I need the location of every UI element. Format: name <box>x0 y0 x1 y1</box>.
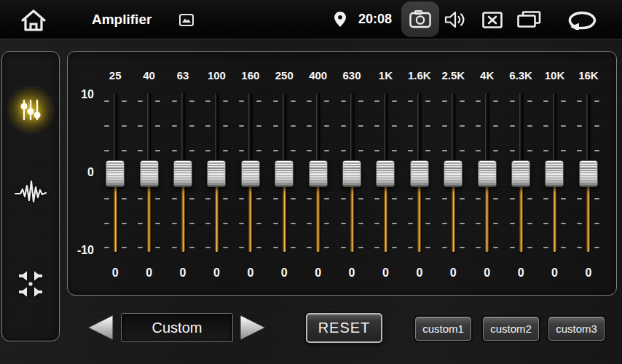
image-icon[interactable] <box>179 14 194 26</box>
slider-thumb[interactable] <box>376 160 395 187</box>
slider-tick <box>510 150 515 151</box>
slider-tick <box>594 100 599 102</box>
slider-tick <box>256 223 261 224</box>
preset-selector[interactable]: Custom <box>121 313 233 342</box>
band-slider[interactable] <box>234 93 267 253</box>
slider-tick <box>341 223 346 224</box>
slider-thumb[interactable] <box>309 160 328 187</box>
slider-tick <box>442 223 447 224</box>
reset-button[interactable]: RESET <box>306 313 382 343</box>
sidebar-item-balance-fader[interactable] <box>2 270 59 298</box>
slider-tick <box>138 223 143 224</box>
band-value-label: 0 <box>572 266 605 280</box>
slider-tick <box>392 198 397 199</box>
band-frequency-label: 4K <box>470 69 503 82</box>
slider-thumb[interactable] <box>478 160 497 187</box>
slider-tick <box>425 247 430 248</box>
slider-tick <box>223 100 228 102</box>
slider-thumb[interactable] <box>511 160 530 187</box>
recent-apps-icon[interactable] <box>517 11 541 28</box>
slider-tick <box>239 198 244 199</box>
band-slider[interactable] <box>403 93 436 253</box>
slider-thumb[interactable] <box>579 160 598 187</box>
slider-tick <box>493 198 498 199</box>
slider-tick <box>392 125 397 127</box>
location-pin-icon[interactable] <box>334 12 346 27</box>
slider-tick <box>527 125 532 127</box>
close-window-icon[interactable] <box>482 12 503 28</box>
band-slider[interactable] <box>369 93 402 253</box>
clock: 20:08 <box>358 0 392 39</box>
slider-tick <box>594 247 599 248</box>
slider-tick <box>239 247 244 248</box>
band-value-label: 0 <box>234 266 267 280</box>
band-frequency-label: 10K <box>538 69 571 82</box>
back-icon[interactable] <box>568 9 602 30</box>
band-slider[interactable] <box>267 93 301 253</box>
slider-thumb[interactable] <box>545 160 564 187</box>
slider-thumb[interactable] <box>241 160 260 187</box>
slider-tick <box>460 247 465 248</box>
sidebar-item-sound-effect[interactable] <box>2 178 59 205</box>
slider-tick <box>307 198 312 199</box>
slider-tick <box>561 100 566 102</box>
sidebar-item-equalizer[interactable] <box>2 98 59 122</box>
slider-tick <box>104 223 109 224</box>
eq-band: 10K 0 <box>538 52 571 295</box>
band-value-label: 0 <box>267 266 301 280</box>
band-slider[interactable] <box>98 93 132 253</box>
band-frequency-label: 40 <box>132 69 165 82</box>
slider-tick <box>205 247 210 248</box>
slider-tick <box>155 150 160 151</box>
slider-tick <box>324 247 329 248</box>
slider-tick <box>189 150 194 151</box>
custom2-button[interactable]: custom2 <box>483 317 539 341</box>
slider-thumb[interactable] <box>410 160 429 187</box>
custom1-button[interactable]: custom1 <box>415 317 471 341</box>
slider-tick <box>122 125 127 127</box>
slider-tick <box>358 150 363 151</box>
custom3-button[interactable]: custom3 <box>548 317 605 341</box>
slider-tick <box>527 223 532 224</box>
band-slider[interactable] <box>335 93 369 253</box>
slider-tick <box>307 125 312 127</box>
slider-tick <box>392 150 397 151</box>
slider-tick <box>408 223 413 224</box>
home-icon[interactable] <box>20 7 47 32</box>
slider-tick <box>425 100 430 102</box>
slider-tick <box>223 223 228 224</box>
band-slider[interactable] <box>470 93 503 253</box>
slider-thumb[interactable] <box>444 160 462 187</box>
eq-band: 100 0 <box>200 52 233 295</box>
preset-next-button[interactable] <box>240 314 267 341</box>
band-value-label: 0 <box>132 266 165 280</box>
band-slider[interactable] <box>132 93 165 253</box>
slider-thumb[interactable] <box>207 160 226 187</box>
band-slider[interactable] <box>572 93 605 253</box>
slider-thumb[interactable] <box>173 160 192 187</box>
camera-button[interactable] <box>401 1 439 37</box>
band-slider[interactable] <box>166 93 200 253</box>
reset-label: RESET <box>318 320 371 336</box>
slider-tick <box>205 198 210 199</box>
band-value-label: 0 <box>200 266 233 280</box>
band-slider[interactable] <box>301 93 334 253</box>
band-slider[interactable] <box>436 93 470 253</box>
slider-tick <box>341 150 346 151</box>
slider-thumb[interactable] <box>342 160 361 187</box>
slider-tick <box>577 125 582 127</box>
slider-tick <box>273 247 278 248</box>
band-slider[interactable] <box>504 93 538 253</box>
slider-thumb[interactable] <box>106 160 125 187</box>
volume-icon[interactable] <box>444 11 466 28</box>
preset-prev-button[interactable] <box>87 314 114 341</box>
slider-thumb[interactable] <box>275 160 294 187</box>
slider-tick <box>189 100 194 102</box>
slider-tick <box>307 100 312 102</box>
slider-tick <box>392 247 397 248</box>
band-slider[interactable] <box>538 93 571 253</box>
band-slider[interactable] <box>200 93 233 253</box>
slider-thumb[interactable] <box>140 160 159 187</box>
custom1-label: custom1 <box>422 323 464 335</box>
slider-tick <box>374 100 379 102</box>
